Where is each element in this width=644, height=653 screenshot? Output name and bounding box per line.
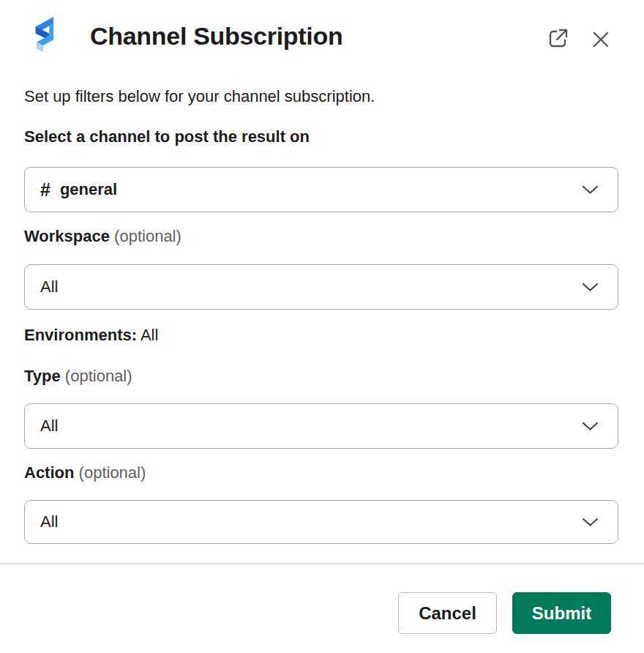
chevron-down-icon xyxy=(582,518,599,527)
action-select[interactable]: All xyxy=(24,500,618,544)
type-optional-label: (optional) xyxy=(65,367,132,385)
channel-select[interactable]: # general xyxy=(24,167,618,212)
intro-text: Set up filters below for your channel su… xyxy=(24,87,375,106)
footer-divider xyxy=(0,563,644,564)
action-select-value: All xyxy=(40,512,58,531)
environments-line: Environments: All xyxy=(24,326,158,345)
type-field-label: Type xyxy=(24,367,61,385)
modal-title: Channel Subscription xyxy=(90,22,342,51)
chevron-down-icon xyxy=(582,283,599,292)
submit-button[interactable]: Submit xyxy=(512,592,611,634)
workspace-optional-label: (optional) xyxy=(114,227,181,245)
environments-value: All xyxy=(141,326,158,344)
channel-field-label: Select a channel to post the result on xyxy=(24,127,310,146)
channel-select-value: general xyxy=(60,180,117,199)
chevron-down-icon xyxy=(582,422,599,431)
open-external-icon xyxy=(547,26,570,50)
type-select[interactable]: All xyxy=(24,403,618,449)
workspace-select-value: All xyxy=(40,277,58,296)
open-external-button[interactable] xyxy=(547,26,570,50)
action-optional-label: (optional) xyxy=(79,463,146,482)
close-button[interactable] xyxy=(590,29,612,51)
app-logo-icon xyxy=(31,14,58,56)
workspace-field-label: Workspace xyxy=(24,227,110,245)
hash-icon: # xyxy=(40,181,50,199)
chevron-down-icon xyxy=(582,185,599,195)
type-select-value: All xyxy=(40,417,58,436)
workspace-select[interactable]: All xyxy=(24,264,618,310)
close-icon xyxy=(590,29,612,51)
environments-label: Environments: xyxy=(24,326,137,344)
action-field-label: Action xyxy=(24,463,74,482)
channel-subscription-modal: Channel Subscription Set up filters belo… xyxy=(0,0,644,653)
cancel-button[interactable]: Cancel xyxy=(398,592,497,634)
